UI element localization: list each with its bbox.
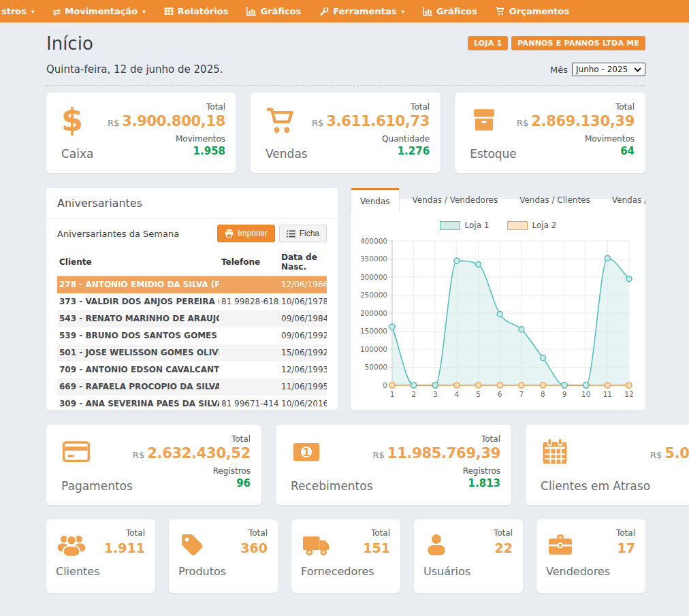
stat-label: Recebimentos	[291, 479, 373, 493]
svg-text:350000: 350000	[361, 255, 387, 263]
total-count: 360	[240, 540, 268, 555]
table-row[interactable]: 539 - BRUNO DOS SANTOS GOMES09/06/1992	[57, 327, 327, 344]
phone-cell	[219, 327, 279, 344]
nav-item-cadastros[interactable]: stros ▾	[1, 6, 35, 16]
exchange-icon: ⇄	[53, 7, 61, 16]
birthdate-cell: 10/06/1978	[279, 293, 327, 310]
caret-down-icon: ▾	[31, 8, 35, 15]
currency-prefix: R$	[517, 118, 528, 128]
credit-card-icon	[61, 436, 133, 468]
birthdate-cell: 09/06/1992	[279, 327, 327, 344]
stat-label: Pagamentos	[61, 479, 133, 493]
total-amount: 3.611.610,73	[326, 113, 430, 129]
table-row[interactable]: 278 - ANTONIO EMIDIO DA SILVA (PALE...12…	[57, 276, 327, 293]
metric-label: Movimentos	[108, 134, 225, 144]
legend-item-loja-2[interactable]: Loja 2	[507, 221, 557, 230]
total-label: Total	[240, 528, 268, 538]
client-cell: 278 - ANTONIO EMIDIO DA SILVA (PALE...	[57, 276, 219, 293]
metric-value: 1.813	[373, 477, 500, 489]
mini-card-label: Vendedores	[546, 565, 636, 578]
currency-prefix: R$	[312, 118, 323, 128]
phone-cell	[219, 310, 279, 327]
total-label: Total	[517, 102, 635, 112]
table-row[interactable]: 709 - ANTONIO EDSON CAVALCANTE D...12/06…	[57, 361, 327, 378]
total-label: Total	[494, 528, 513, 538]
nav-item-graficos-2[interactable]: Gráficos	[423, 6, 477, 16]
metric-value: 64	[517, 145, 635, 157]
stat-label: Estoque	[470, 147, 517, 161]
legend-item-loja-1[interactable]: Loja 1	[440, 221, 490, 230]
tab-vendas-produtos[interactable]: Vendas / Produtos	[603, 188, 645, 212]
nav-label: stros	[1, 6, 27, 16]
total-count: 1.911	[104, 540, 145, 555]
table-row[interactable]: 669 - RAFAELA PROCOPIO DA SILVA CA...11/…	[57, 378, 327, 395]
nav-item-ferramentas[interactable]: Ferramentas ▾	[319, 6, 404, 16]
store-badges: LOJA 1 PANNOS E PANNOS LTDA ME	[468, 36, 645, 50]
nav-item-movimentacao[interactable]: ⇄ Movimentação ▾	[53, 6, 146, 16]
phone-cell: 81 99828-6185	[219, 293, 279, 310]
svg-text:9: 9	[562, 390, 567, 398]
total-count: 151	[363, 540, 390, 555]
print-button-label: Imprimir	[238, 229, 267, 238]
total-count: 17	[616, 540, 635, 555]
total-amount: 11.985.769,39	[387, 445, 500, 461]
birthdate-cell: 15/06/1992	[279, 344, 327, 361]
tab-vendas-vendedores[interactable]: Vendas / Vendedores	[404, 188, 507, 212]
total-amount: 2.869.130,39	[531, 113, 635, 129]
client-cell: 373 - VALDIR DOS ANJOS PEREIRA (AN...	[57, 293, 219, 310]
sales-chart-panel: Vendas Vendas / Vendedores Vendas / Clie…	[351, 188, 645, 410]
column-header-telefone: Telefone	[219, 248, 279, 276]
birthdays-table: Cliente Telefone Data de Nasc. 278 - ANT…	[57, 248, 327, 410]
svg-text:4: 4	[455, 390, 460, 398]
metric-value: 1.276	[312, 145, 430, 157]
nav-item-graficos-1[interactable]: Gráficos	[246, 6, 301, 16]
nav-label: Movimentação	[65, 6, 138, 16]
table-row[interactable]: 543 - RENATO MARINHO DE ARAUJO (F...09/0…	[57, 310, 327, 327]
stat-card-recebimentos: 1 Recebimentos Total R$11.985.769,39 Reg…	[276, 425, 511, 505]
legend-label: Loja 1	[465, 221, 490, 230]
bar-chart-icon	[423, 7, 432, 16]
top-navbar: stros ▾ ⇄ Movimentação ▾ Relatórios Gráf…	[0, 0, 689, 22]
current-date: Quinta-feira, 12 de junho de 2025.	[46, 63, 223, 76]
month-select[interactable]: Junho - 2025	[572, 63, 645, 76]
table-row[interactable]: 309 - ANA SEVERINA PAES DA SILVA81 99671…	[57, 395, 327, 411]
tab-vendas-clientes[interactable]: Vendas / Clientes	[511, 188, 599, 212]
svg-text:0: 0	[383, 381, 387, 389]
currency-prefix: R$	[373, 450, 385, 460]
svg-text:1: 1	[390, 390, 395, 398]
svg-text:12: 12	[624, 390, 633, 398]
table-icon	[164, 7, 174, 16]
table-row[interactable]: 501 - JOSE WELISSON GOMES OLIVEIR...15/0…	[57, 344, 327, 361]
legend-label: Loja 2	[532, 221, 557, 230]
total-amount: 5.076.869,67	[664, 445, 689, 461]
svg-text:10: 10	[581, 390, 590, 398]
nav-label: Gráficos	[260, 6, 301, 16]
birthdate-cell: 12/06/1966	[279, 276, 327, 293]
client-cell: 501 - JOSE WELISSON GOMES OLIVEIR...	[57, 344, 219, 361]
svg-text:11: 11	[603, 390, 612, 398]
printer-icon	[225, 229, 234, 238]
column-header-data-nasc: Data de Nasc.	[279, 248, 327, 276]
table-row[interactable]: 373 - VALDIR DOS ANJOS PEREIRA (AN...81 …	[57, 293, 327, 310]
client-cell: 539 - BRUNO DOS SANTOS GOMES	[57, 327, 219, 344]
mini-card-usuarios: Usuários Total 22	[414, 519, 523, 593]
phone-cell	[219, 276, 279, 293]
metric-value: 433	[650, 477, 689, 489]
metric-label: Registros	[133, 466, 251, 476]
nav-label: Orçamentos	[509, 6, 569, 16]
print-button[interactable]: Imprimir	[217, 225, 274, 242]
tab-vendas[interactable]: Vendas	[351, 188, 400, 212]
nav-label: Ferramentas	[333, 6, 396, 16]
phone-cell	[219, 378, 279, 395]
column-header-cliente: Cliente	[57, 248, 219, 276]
ficha-button[interactable]: Ficha	[279, 225, 327, 242]
nav-item-orcamentos[interactable]: Orçamentos	[496, 6, 569, 16]
stat-card-estoque: Estoque Total R$2.869.130,39 Movimentos …	[455, 93, 645, 173]
bar-chart-icon	[246, 7, 256, 16]
metric-value: 1.958	[108, 145, 225, 157]
ficha-button-label: Ficha	[300, 229, 319, 238]
stat-card-clientes-em-atraso: Clientes em Atraso Total R$5.076.869,67 …	[526, 425, 689, 505]
currency-prefix: R$	[650, 450, 662, 460]
nav-item-relatorios[interactable]: Relatórios	[164, 6, 229, 16]
sales-area-chart: 0500001000001500002000002500003000003500…	[361, 233, 635, 403]
